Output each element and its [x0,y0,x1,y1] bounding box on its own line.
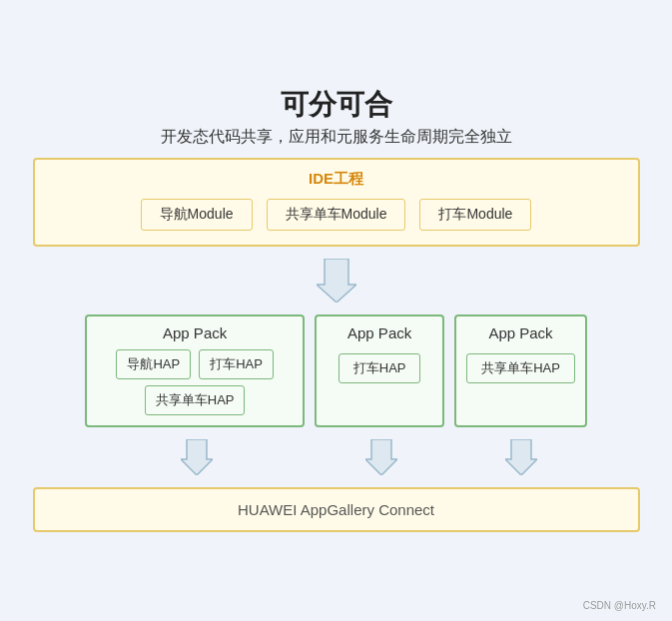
app-pack-3-label: App Pack [488,324,552,341]
app-pack-3: App Pack 共享单车HAP [454,314,587,427]
bottom-label: HUAWEI AppGallery Connect [47,501,626,518]
watermark: CSDN @Hoxy.R [583,600,656,611]
app-pack-2: App Pack 打车HAP [315,314,444,427]
hap-bikeshare-1: 共享单车HAP [145,385,246,415]
hap-taxi-1: 打车HAP [199,349,274,379]
title-main: 可分可合 [161,85,512,124]
module-navigation: 导航Module [141,199,253,231]
svg-marker-0 [317,259,356,303]
module-bikeshare: 共享单车Module [267,199,406,231]
hap-navigation: 导航HAP [116,349,191,379]
small-arrows-row [33,439,640,475]
ide-modules: 导航Module 共享单车Module 打车Module [49,199,624,231]
large-arrow-down [317,259,356,303]
main-container: 可分可合 开发态代码共享，应用和元服务生命周期完全独立 IDE工程 导航Modu… [17,75,656,547]
hap-taxi-2: 打车HAP [338,353,421,383]
svg-marker-1 [181,439,213,475]
svg-marker-3 [505,439,537,475]
title-section: 可分可合 开发态代码共享，应用和元服务生命周期完全独立 [161,85,512,149]
small-arrow-2 [317,439,446,475]
module-taxi: 打车Module [419,199,531,231]
app-pack-1: App Pack 导航HAP 打车HAP 共享单车HAP [85,314,305,427]
bottom-box: HUAWEI AppGallery Connect [33,487,640,532]
app-packs-row: App Pack 导航HAP 打车HAP 共享单车HAP App Pack 打车… [33,314,640,427]
app-pack-1-hap-row-1: 导航HAP 打车HAP [116,349,273,379]
svg-marker-2 [365,439,397,475]
hap-bikeshare-2: 共享单车HAP [466,353,575,383]
app-pack-1-hap-row-2: 共享单车HAP [145,385,246,415]
ide-box: IDE工程 导航Module 共享单车Module 打车Module [33,158,640,247]
small-arrow-3 [456,439,586,475]
app-pack-2-label: App Pack [347,324,411,341]
title-sub: 开发态代码共享，应用和元服务生命周期完全独立 [161,126,512,148]
small-arrow-1 [87,439,307,475]
ide-label: IDE工程 [49,170,624,189]
app-pack-1-label: App Pack [163,324,227,341]
